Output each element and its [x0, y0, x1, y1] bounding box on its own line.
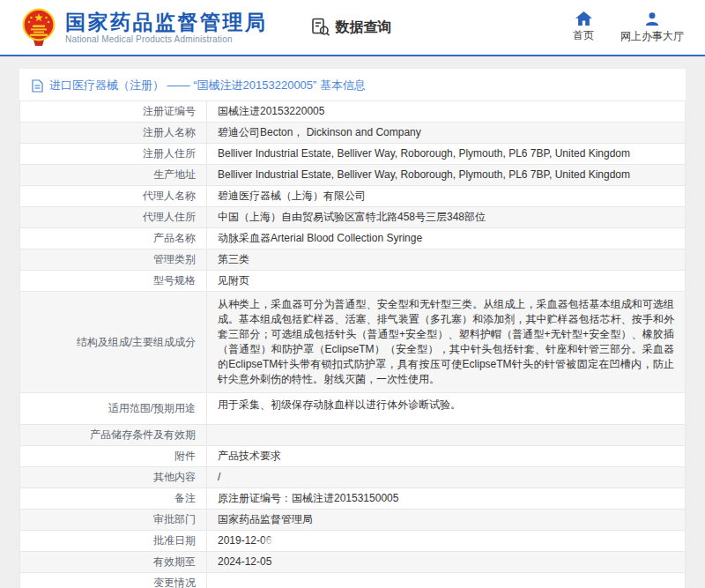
row-label: 代理人名称 [20, 186, 207, 207]
row-value: 国械注进20153220005 [207, 101, 686, 123]
row-value: 从种类上，采血器可分为普通型、安全型和无针型三类。从组成上，采血器包括基本组成和… [207, 292, 686, 393]
row-label: 型号规格 [20, 271, 207, 292]
table-row: 结构及组成/主要组成成分从种类上，采血器可分为普通型、安全型和无针型三类。从组成… [20, 292, 686, 393]
row-label: 产品储存条件及有效期 [20, 425, 207, 446]
brand-text: 国家药品监督管理局 National Medical Products Admi… [65, 11, 268, 44]
table-row: 代理人名称碧迪医疗器械（上海）有限公司 [20, 186, 686, 207]
row-value: 国家药品监督管理局 [207, 510, 686, 531]
row-value: 碧迪医疗器械（上海）有限公司 [207, 186, 686, 207]
row-value: Belliver Industrial Estate, Belliver Way… [207, 165, 686, 186]
row-label: 审批部门 [20, 510, 207, 531]
site-header: 国家药品监督管理局 National Medical Products Admi… [0, 0, 705, 55]
row-value: 碧迪公司Becton， Dickinson and Company [207, 123, 686, 144]
nav-item-service-hall[interactable]: 网上办事大厅 [620, 11, 684, 44]
row-label: 备注 [20, 488, 207, 510]
row-value: 产品技术要求 [207, 446, 686, 467]
row-value: 用于采集、初级保存动脉血样以进行体外诊断试验。 [207, 393, 686, 425]
table-row: 型号规格见附页 [20, 271, 686, 292]
row-value: 动脉采血器Arterial Blood Collection Syringe [207, 228, 686, 249]
home-icon [575, 11, 592, 26]
breadcrumb: 进口医疗器械（注册） —— “国械注进20153220005” 基本信息 [19, 69, 686, 100]
top-nav: 首页 网上办事大厅 [573, 11, 684, 44]
table-row: 其他内容/ [20, 467, 686, 488]
table-row: 批准日期2019-12-06 [20, 531, 686, 552]
nav-service-hall-label: 网上办事大厅 [620, 29, 684, 44]
row-value: / [207, 467, 686, 488]
row-label: 附件 [20, 446, 207, 467]
data-query-label: 数据查询 [336, 19, 392, 37]
row-value: 2024-12-05 [207, 552, 686, 573]
row-value: 2019-12-06 [207, 531, 686, 552]
table-row: 审批部门国家药品监督管理局 [20, 510, 686, 531]
national-emblem-icon [21, 8, 56, 47]
document-icon [32, 79, 43, 93]
row-label: 注册证编号 [20, 101, 207, 123]
table-row: 产品名称动脉采血器Arterial Blood Collection Syrin… [20, 228, 686, 249]
row-label: 适用范围/预期用途 [20, 393, 207, 425]
table-row: 生产地址Belliver Industrial Estate, Belliver… [20, 165, 686, 186]
table-row: 产品储存条件及有效期 [20, 425, 686, 446]
table-row: 变更情况 [20, 573, 686, 588]
table-row: 注册人名称碧迪公司Becton， Dickinson and Company [20, 123, 686, 144]
content-card: 进口医疗器械（注册） —— “国械注进20153220005” 基本信息 注册证… [19, 69, 686, 588]
row-label: 结构及组成/主要组成成分 [20, 292, 207, 393]
site-subtitle: National Medical Products Administration [65, 34, 268, 44]
table-row: 备注原注册证编号：国械注进20153150005 [20, 488, 686, 510]
table-row: 管理类别第三类 [20, 249, 686, 271]
row-value: 中国（上海）自由贸易试验区富特北路458号三层348部位 [207, 207, 686, 228]
row-label: 注册人名称 [20, 123, 207, 144]
row-label: 变更情况 [20, 573, 207, 588]
nav-item-home[interactable]: 首页 [573, 11, 594, 44]
row-label: 注册人住所 [20, 144, 207, 165]
row-value [207, 425, 686, 446]
breadcrumb-text: 进口医疗器械（注册） —— “国械注进20153220005” 基本信息 [49, 78, 366, 93]
row-label: 产品名称 [20, 228, 207, 249]
row-value: 第三类 [207, 249, 686, 271]
row-value [207, 573, 686, 588]
table-row: 有效期至2024-12-05 [20, 552, 686, 573]
table-row: 适用范围/预期用途用于采集、初级保存动脉血样以进行体外诊断试验。 [20, 393, 686, 425]
table-row: 代理人住所中国（上海）自由贸易试验区富特北路458号三层348部位 [20, 207, 686, 228]
table-row: 注册人住所Belliver Industrial Estate, Bellive… [20, 144, 686, 165]
registration-info-table: 注册证编号国械注进20153220005注册人名称碧迪公司Becton， Dic… [19, 100, 686, 588]
table-row: 注册证编号国械注进20153220005 [20, 101, 686, 123]
brand: 国家药品监督管理局 National Medical Products Admi… [21, 8, 268, 47]
table-row: 附件产品技术要求 [20, 446, 686, 467]
row-label: 有效期至 [20, 552, 207, 573]
row-value: 见附页 [207, 271, 686, 292]
row-label: 生产地址 [20, 165, 207, 186]
row-label: 管理类别 [20, 249, 207, 271]
data-query-button[interactable]: 数据查询 [310, 17, 392, 38]
row-label: 批准日期 [20, 531, 207, 552]
main-content: 进口医疗器械（注册） —— “国械注进20153220005” 基本信息 注册证… [0, 56, 705, 588]
user-icon [644, 11, 660, 26]
row-label: 其他内容 [20, 467, 207, 488]
row-label: 代理人住所 [20, 207, 207, 228]
row-value: 原注册证编号：国械注进20153150005 [207, 488, 686, 510]
row-value: Belliver Industrial Estate, Belliver Way… [207, 144, 686, 165]
nav-home-label: 首页 [573, 28, 594, 43]
document-search-icon [310, 17, 331, 38]
site-title: 国家药品监督管理局 [65, 11, 268, 33]
